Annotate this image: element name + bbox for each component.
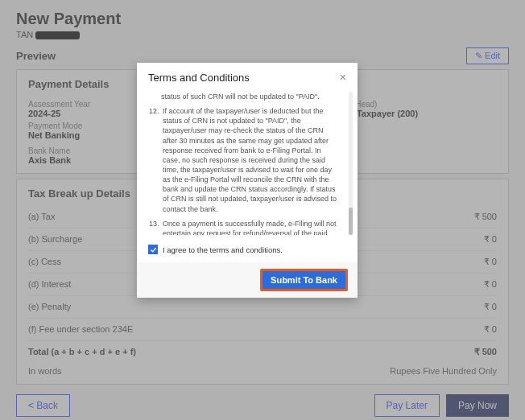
term-item-12: If account of the taxpayer/user is deduc… (161, 106, 340, 214)
modal-title: Terms and Conditions (148, 72, 250, 84)
close-icon[interactable]: × (340, 71, 346, 84)
modal-body: status of such CRN will not be updated t… (137, 89, 358, 243)
agree-checkbox[interactable] (148, 245, 158, 254)
submit-to-bank-button[interactable]: Submit To Bank (262, 271, 345, 289)
term-item-13: Once a payment is successfully made, e-F… (161, 219, 340, 235)
scrollbar[interactable] (349, 92, 353, 235)
terms-modal: Terms and Conditions × status of such CR… (137, 63, 358, 298)
agree-label: I agree to the terms and conditions. (163, 245, 283, 254)
scroll-thumb[interactable] (349, 208, 353, 235)
submit-highlight: Submit To Bank (260, 269, 348, 291)
term-fragment: status of such CRN will not be updated t… (148, 92, 340, 101)
